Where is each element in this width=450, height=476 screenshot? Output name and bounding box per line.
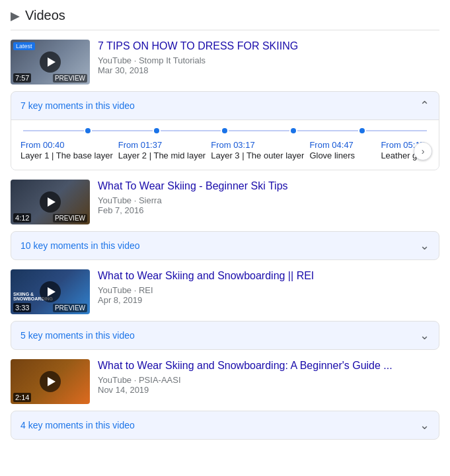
key-moments-bar-3: 5 key moments in this video ⌄ <box>11 321 439 350</box>
video-info-2: What To Wear Skiing - Beginner Ski Tips … <box>98 180 439 215</box>
key-moments-header-4[interactable]: 4 key moments in this video ⌄ <box>11 411 439 439</box>
key-moments-header-2[interactable]: 10 key moments in this video ⌄ <box>11 232 439 259</box>
video-dot-3: · <box>134 285 139 295</box>
thumb-preview-2: PREVIEW <box>53 214 87 222</box>
video-meta-1: YouTube · Stomp It Tutorials <box>98 55 439 65</box>
play-triangle-3 <box>48 287 56 296</box>
key-moments-label-4: 4 key moments in this video <box>20 420 135 430</box>
video-channel-2: Sierra <box>139 195 162 205</box>
video-channel-3: REI <box>139 285 153 295</box>
moment-item-1[interactable]: From 01:37 Layer 2 | The mid layer <box>118 140 206 162</box>
moment-desc-2: Layer 3 | The outer layer <box>211 150 304 162</box>
video-source-2: YouTube <box>98 195 131 205</box>
moments-next-btn-1[interactable]: › <box>414 142 432 160</box>
tl-gap-0 <box>23 130 84 131</box>
tl-dot-2 <box>154 128 159 133</box>
moments-container-1: From 00:40 Layer 1 | The base layer From… <box>20 140 430 162</box>
play-button-4[interactable] <box>40 371 61 392</box>
video-dot-2: · <box>134 195 139 205</box>
tl-dot-3 <box>222 128 227 133</box>
video-dot-4: · <box>134 375 139 385</box>
moment-desc-1: Layer 2 | The mid layer <box>118 150 206 162</box>
thumb-duration-1: 7:57 <box>13 73 31 83</box>
thumb-preview-3: PREVIEW <box>53 304 87 312</box>
video-date-2: Feb 7, 2016 <box>98 205 439 215</box>
moment-item-0[interactable]: From 00:40 Layer 1 | The base layer <box>20 140 113 162</box>
moment-desc-0: Layer 1 | The base layer <box>20 150 113 162</box>
video-dot-1: · <box>134 55 139 65</box>
timeline-dots-1 <box>20 128 430 133</box>
video-info-1: 7 TIPS ON HOW TO DRESS FOR SKIING YouTub… <box>98 40 439 75</box>
tl-gap-5 <box>366 130 427 131</box>
chevron-down-icon-3: ⌄ <box>420 328 430 343</box>
moment-desc-3: Glove liners <box>309 150 375 162</box>
play-triangle-4 <box>48 377 56 386</box>
moment-time-3: From 04:47 <box>309 140 375 150</box>
key-moments-bar-1: 7 key moments in this video ⌃ <box>11 91 439 170</box>
play-button-3[interactable] <box>40 281 61 302</box>
video-title-3[interactable]: What to Wear Skiing and Snowboarding || … <box>98 270 314 281</box>
video-title-4[interactable]: What to Wear Skiing and Snowboarding: A … <box>98 360 393 371</box>
key-moments-header-1[interactable]: 7 key moments in this video ⌃ <box>11 92 439 119</box>
tl-dot-4 <box>291 128 296 133</box>
tl-dot-5 <box>359 128 365 133</box>
video-icon: ▶ <box>11 9 20 23</box>
video-title-2[interactable]: What To Wear Skiing - Beginner Ski Tips <box>98 180 288 191</box>
chevron-up-icon-1: ⌃ <box>420 98 430 113</box>
video-info-4: What to Wear Skiing and Snowboarding: A … <box>98 359 439 395</box>
chevron-down-icon-2: ⌄ <box>420 238 430 253</box>
video-card-4: 2:14 What to Wear Skiing and Snowboardin… <box>11 359 439 404</box>
video-date-1: Mar 30, 2018 <box>98 65 439 75</box>
tl-dot-1 <box>85 128 91 133</box>
section-header: ▶ Videos <box>11 8 439 30</box>
play-triangle-2 <box>48 197 56 207</box>
video-source-3: YouTube <box>98 285 131 295</box>
key-moments-header-3[interactable]: 5 key moments in this video ⌄ <box>11 322 439 349</box>
moment-item-3[interactable]: From 04:47 Glove liners <box>309 140 375 162</box>
video-date-4: Nov 14, 2019 <box>98 385 439 395</box>
video-info-3: What to Wear Skiing and Snowboarding || … <box>98 269 439 305</box>
key-moments-bar-2: 10 key moments in this video ⌄ <box>11 231 439 260</box>
video-card-1: Latest 7:57 PREVIEW 7 TIPS ON HOW TO DRE… <box>11 40 439 85</box>
video-meta-2: YouTube · Sierra <box>98 195 439 205</box>
play-button-1[interactable] <box>40 51 61 73</box>
video-card-3: SKIING &SNOWBOARDING 3:33 PREVIEW What t… <box>11 269 439 314</box>
thumbnail-2[interactable]: 4:12 PREVIEW <box>11 180 90 224</box>
thumbnail-3[interactable]: SKIING &SNOWBOARDING 3:33 PREVIEW <box>11 269 90 314</box>
thumb-duration-4: 2:14 <box>13 393 31 402</box>
key-moments-content-1: From 00:40 Layer 1 | The base layer From… <box>11 119 439 170</box>
thumb-duration-2: 4:12 <box>13 213 31 222</box>
video-source-1: YouTube <box>98 55 131 65</box>
key-moments-bar-4: 4 key moments in this video ⌄ <box>11 411 439 440</box>
video-meta-4: YouTube · PSIA-AASI <box>98 375 439 385</box>
thumb-duration-3: 3:33 <box>13 303 31 312</box>
key-moments-label-1: 7 key moments in this video <box>20 100 135 111</box>
video-source-4: YouTube <box>98 375 131 385</box>
page-container: ▶ Videos Latest 7:57 PREVIEW 7 TIPS ON H… <box>0 0 450 457</box>
video-channel-4: PSIA-AASI <box>139 375 181 385</box>
video-meta-3: YouTube · REI <box>98 285 439 295</box>
moment-time-0: From 00:40 <box>20 140 113 150</box>
tl-gap-2 <box>161 130 221 131</box>
play-button-2[interactable] <box>40 191 61 213</box>
key-moments-label-2: 10 key moments in this video <box>20 240 140 251</box>
key-moments-label-3: 5 key moments in this video <box>20 330 135 341</box>
moment-time-1: From 01:37 <box>118 140 206 150</box>
video-card-2: 4:12 PREVIEW What To Wear Skiing - Begin… <box>11 180 439 224</box>
thumb-label-latest: Latest <box>13 42 35 50</box>
video-title-1[interactable]: 7 TIPS ON HOW TO DRESS FOR SKIING <box>98 40 298 51</box>
section-title: Videos <box>25 8 65 23</box>
play-triangle-1 <box>48 57 56 67</box>
tl-gap-1 <box>92 130 153 131</box>
moments-list-1: From 00:40 Layer 1 | The base layer From… <box>20 140 430 162</box>
moment-item-2[interactable]: From 03:17 Layer 3 | The outer layer <box>211 140 304 162</box>
video-channel-1: Stomp It Tutorials <box>139 55 206 65</box>
chevron-down-icon-4: ⌄ <box>420 418 430 432</box>
moment-time-2: From 03:17 <box>211 140 304 150</box>
thumbnail-1[interactable]: Latest 7:57 PREVIEW <box>11 40 90 85</box>
tl-gap-4 <box>297 130 358 131</box>
thumb-preview-1: PREVIEW <box>53 74 87 83</box>
thumbnail-4[interactable]: 2:14 <box>11 359 90 404</box>
tl-gap-3 <box>229 130 289 131</box>
video-date-3: Apr 8, 2019 <box>98 295 439 305</box>
